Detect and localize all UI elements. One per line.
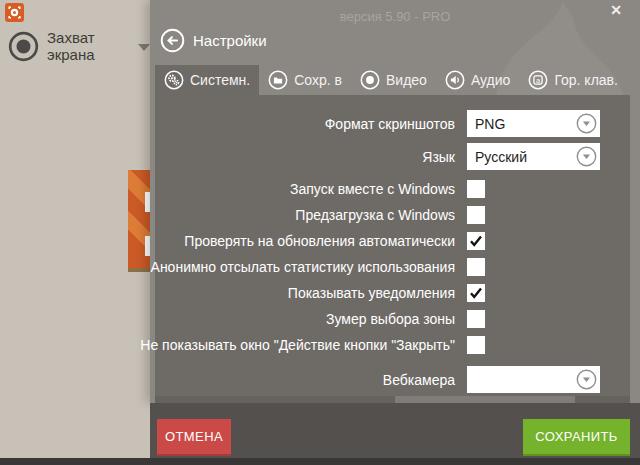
preload-label: Предзагрузка с Windows [295,207,455,223]
chevron-down-icon [138,44,150,51]
speaker-icon [445,70,465,90]
row-anon-stats: Анонимно отсылать статистику использован… [165,254,600,280]
record-icon [360,70,380,90]
gears-icon [164,70,184,90]
webcam-label: Вебкамера [383,372,455,388]
language-label: Язык [422,149,455,165]
settings-tabs: Системн.Сохр. вВидеоАудиоaГор. клав. [155,65,627,95]
tab-label: Сохр. в [294,72,342,88]
notifications-checkbox[interactable] [467,284,485,302]
checkmark-icon [468,285,484,301]
folder-icon [268,70,288,90]
capture-mode-label: Захват экрана [47,29,127,63]
background-window-fragment [128,170,150,272]
autostart-checkbox[interactable] [467,180,485,198]
row-no-close-dialog: Не показывать окно "Действие кнопки "Зак… [165,332,600,358]
auto-updates-checkbox[interactable] [467,232,485,250]
dropdown-arrow-icon [576,113,597,134]
row-language: ЯзыкРусский [165,143,600,170]
screenshot-format-select-value: PNG [475,116,505,132]
autostart-label: Запуск вместе с Windows [290,181,455,197]
tab-video[interactable]: Видео [351,65,436,95]
tab-save-to[interactable]: Сохр. в [259,65,351,95]
app-logo-icon [5,3,24,22]
version-label: версия 5.90 - PRO [150,9,640,24]
anon-stats-label: Анонимно отсылать статистику использован… [151,259,455,275]
tab-system[interactable]: Системн. [155,65,259,95]
record-icon [8,31,39,62]
screenshot-format-select[interactable]: PNG [467,110,600,137]
footer-bar: ОТМЕНА СОХРАНИТЬ [150,403,640,458]
checkmark-icon [468,233,484,249]
capture-mode-selector[interactable]: Захват экрана [8,29,150,63]
notifications-label: Показывать уведомления [288,285,455,301]
row-preload: Предзагрузка с Windows [165,202,600,228]
svg-text:a: a [536,76,541,85]
back-arrow-icon [160,41,185,56]
row-autostart: Запуск вместе с Windows [165,176,600,202]
row-auto-updates: Проверять на обновления автоматически [165,228,600,254]
row-zone-buzzer: Зумер выбора зоны [165,306,600,332]
preload-checkbox[interactable] [467,206,485,224]
save-button[interactable]: СОХРАНИТЬ [523,419,630,456]
cancel-button[interactable]: ОТМЕНА [157,419,231,456]
language-select-value: Русский [475,149,527,165]
no-close-dialog-checkbox[interactable] [467,336,485,354]
dropdown-arrow-icon [576,146,597,167]
back-button[interactable] [160,28,185,53]
screenshot-format-label: Формат скриншотов [325,116,455,132]
settings-panel: версия 5.90 - PRO ✕ Настройки Системн.Со… [150,0,640,403]
dropdown-arrow-icon [576,369,597,390]
key-a-icon: a [528,70,548,90]
tab-label: Аудио [471,72,511,88]
language-select[interactable]: Русский [467,143,600,170]
window-bottom-strip [0,458,640,465]
zone-buzzer-checkbox[interactable] [467,310,485,328]
tab-audio[interactable]: Аудио [436,65,520,95]
tab-label: Системн. [190,72,250,88]
row-webcam: Вебкамера [165,366,600,393]
auto-updates-label: Проверять на обновления автоматически [184,233,455,249]
row-screenshot-format: Формат скриншотовPNG [165,110,600,137]
settings-header: Настройки [160,28,267,53]
close-button[interactable]: ✕ [606,0,626,20]
page-title: Настройки [193,32,267,49]
no-close-dialog-label: Не показывать окно "Действие кнопки "Зак… [140,337,455,353]
tab-label: Видео [386,72,427,88]
scrollbar-thumb[interactable] [395,396,575,403]
tab-label: Гор. клав. [554,72,618,88]
sidebar: Захват экрана [0,0,150,465]
horizontal-scrollbar[interactable] [155,396,630,403]
tab-hotkeys[interactable]: aГор. клав. [519,65,627,95]
row-notifications: Показывать уведомления [165,280,600,306]
webcam-select[interactable] [467,366,600,393]
system-settings-card: Формат скриншотовPNGЯзыкРусскийЗапуск вм… [155,95,630,403]
anon-stats-checkbox[interactable] [467,258,485,276]
zone-buzzer-label: Зумер выбора зоны [326,311,455,327]
